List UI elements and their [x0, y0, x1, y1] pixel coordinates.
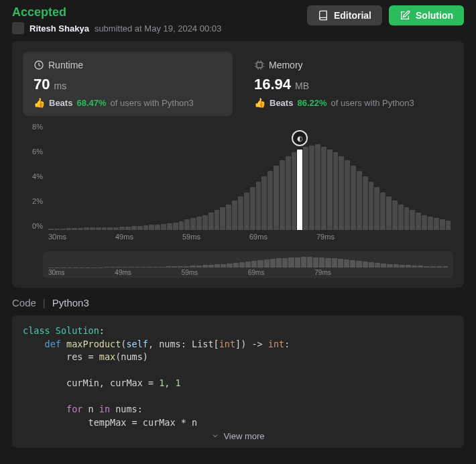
histogram-bar[interactable] [54, 229, 60, 230]
histogram-bar[interactable] [386, 196, 392, 230]
histogram-bar[interactable] [215, 210, 220, 230]
histogram-bar[interactable] [274, 166, 279, 230]
histogram-bar[interactable] [446, 221, 451, 230]
clock-icon [34, 60, 44, 70]
histogram-bar[interactable] [202, 215, 208, 230]
submitted-at: submitted at May 19, 2024 00:03 [95, 23, 221, 34]
histogram-bar[interactable] [60, 229, 66, 230]
histogram-bar[interactable] [190, 218, 196, 230]
minimap-chart[interactable]: 30ms49ms59ms69ms79ms [43, 251, 453, 278]
histogram-bar[interactable] [244, 192, 249, 230]
histogram-bar[interactable] [256, 182, 261, 230]
chip-icon [254, 60, 265, 70]
histogram-bar[interactable] [303, 147, 308, 230]
histogram-bar[interactable] [422, 215, 427, 230]
runtime-card[interactable]: Runtime 70 ms 👍 Beats 68.47% of users wi… [23, 52, 233, 116]
histogram-bar[interactable] [333, 152, 339, 230]
histogram-bar[interactable] [113, 227, 119, 230]
status-label: Accepted [12, 5, 221, 19]
memory-card[interactable]: Memory 16.94 MB 👍 Beats 86.22% of users … [243, 52, 453, 116]
histogram-bar[interactable] [238, 196, 243, 230]
histogram-bar[interactable] [173, 223, 178, 230]
histogram-bar[interactable] [167, 223, 172, 230]
histogram-bar[interactable] [196, 217, 202, 230]
histogram-bar[interactable] [321, 147, 326, 230]
histogram-bar[interactable] [90, 227, 95, 230]
histogram-bar[interactable] [297, 150, 302, 230]
editorial-button[interactable]: Editorial [307, 5, 382, 25]
histogram-bar[interactable] [66, 228, 72, 230]
histogram-bar[interactable] [327, 150, 333, 230]
avatar [12, 22, 24, 34]
histogram-bar[interactable] [267, 171, 273, 230]
histogram-bar[interactable] [226, 205, 231, 230]
runtime-distribution-chart: 8%6%4%2%0% ◐ 30ms49ms59ms69ms79ms [23, 123, 453, 243]
memory-value: 16.94 [254, 76, 291, 93]
histogram-bar[interactable] [339, 156, 344, 230]
histogram-bar[interactable] [143, 225, 149, 230]
histogram-bar[interactable] [315, 144, 320, 230]
histogram-bar[interactable] [179, 221, 184, 230]
histogram-bar[interactable] [72, 228, 77, 230]
histogram-bar[interactable] [261, 176, 267, 230]
result-panel: Runtime 70 ms 👍 Beats 68.47% of users wi… [12, 41, 464, 288]
histogram-bar[interactable] [369, 182, 374, 230]
username[interactable]: Ritesh Shakya [29, 23, 89, 34]
histogram-bar[interactable] [119, 227, 125, 230]
code-tab[interactable]: Code [12, 297, 36, 308]
book-icon [318, 10, 329, 21]
svg-rect-1 [257, 62, 262, 68]
histogram-bar[interactable] [102, 227, 107, 230]
source-code[interactable]: class Solution: def maxProduct(self, num… [23, 325, 453, 430]
byline: Ritesh Shakya submitted at May 19, 2024 … [12, 22, 221, 34]
histogram-bar[interactable] [84, 227, 89, 230]
code-panel: class Solution: def maxProduct(self, num… [12, 315, 464, 448]
histogram-bar[interactable] [428, 217, 433, 230]
histogram-bar[interactable] [434, 218, 439, 230]
histogram-bar[interactable] [161, 224, 166, 230]
language-label[interactable]: Python3 [52, 297, 89, 308]
histogram-bar[interactable] [345, 160, 350, 230]
thumbsup-icon: 👍 [254, 97, 265, 108]
histogram-bar[interactable] [363, 176, 368, 230]
histogram-bar[interactable] [292, 152, 297, 230]
histogram-bar[interactable] [137, 226, 143, 230]
histogram-bar[interactable] [220, 207, 225, 230]
histogram-bar[interactable] [351, 166, 356, 230]
histogram-bar[interactable] [48, 229, 54, 230]
solution-button[interactable]: Solution [389, 5, 464, 25]
histogram-bar[interactable] [209, 213, 214, 230]
histogram-bar[interactable] [250, 187, 255, 230]
histogram-bar[interactable] [125, 227, 131, 230]
chevron-down-icon [211, 432, 219, 440]
histogram-bar[interactable] [96, 227, 101, 230]
histogram-bar[interactable] [286, 156, 291, 230]
memory-beats-pct: 86.22% [297, 98, 326, 108]
runtime-value: 70 [34, 76, 50, 93]
thumbsup-icon: 👍 [34, 97, 45, 108]
histogram-bar[interactable] [131, 226, 137, 230]
histogram-bar[interactable] [398, 205, 404, 230]
histogram-bar[interactable] [149, 225, 154, 230]
histogram-bar[interactable] [357, 171, 362, 230]
your-position-marker: ◐ [292, 130, 308, 146]
histogram-bar[interactable] [404, 207, 410, 230]
histogram-bar[interactable] [416, 213, 421, 230]
runtime-beats-pct: 68.47% [76, 98, 106, 108]
histogram-bar[interactable] [232, 200, 237, 230]
edit-icon [400, 10, 410, 21]
histogram-bar[interactable] [155, 225, 160, 230]
histogram-bar[interactable] [280, 160, 285, 230]
histogram-bar[interactable] [309, 146, 314, 230]
histogram-bar[interactable] [410, 210, 415, 230]
histogram-bar[interactable] [78, 228, 83, 230]
histogram-bar[interactable] [184, 219, 190, 230]
histogram-bar[interactable] [374, 187, 379, 230]
histogram-bar[interactable] [440, 219, 445, 230]
histogram-bar[interactable] [392, 200, 398, 230]
histogram-bar[interactable] [380, 192, 385, 230]
histogram-bar[interactable] [107, 227, 113, 230]
